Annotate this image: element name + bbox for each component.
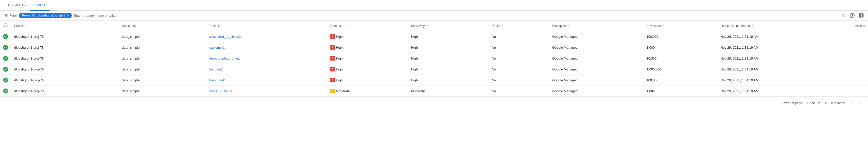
dataset-id-cell: data_simple bbox=[119, 86, 206, 97]
filter-chip: Project ID : dlppsbqrun1-proj-78 ✕ bbox=[19, 13, 72, 18]
row-actions-button[interactable]: ⋮ bbox=[858, 88, 862, 94]
data-risk-cell: !High bbox=[327, 64, 408, 75]
top-tabs: PROJECTS TABLES bbox=[0, 0, 868, 11]
prev-page-button[interactable] bbox=[849, 99, 856, 107]
select-all-icon[interactable] bbox=[3, 23, 8, 28]
col-header-table-id: Table ID bbox=[206, 21, 327, 31]
row-status-cell bbox=[0, 75, 11, 86]
public-cell: No bbox=[489, 86, 550, 97]
risk-level-icon: ! bbox=[330, 89, 335, 93]
risk-badge: !Moderate bbox=[330, 89, 350, 93]
dataset-id-cell: data_simple bbox=[119, 42, 206, 53]
columns-button[interactable] bbox=[859, 13, 864, 18]
actions-cell: ⋮ bbox=[852, 31, 868, 42]
encryption-help-icon[interactable]: ? bbox=[568, 24, 570, 28]
row-count-cell: 1,002 bbox=[644, 86, 718, 97]
row-count-cell: 100,000 bbox=[644, 75, 718, 86]
filter-bar: Filter Project ID : dlppsbqrun1-proj-78 … bbox=[0, 11, 868, 21]
project-id-cell: dlppsbqrun1-proj-78 bbox=[11, 53, 119, 64]
encryption-cell: Google Managed bbox=[549, 75, 643, 86]
sensitivity-cell: High bbox=[408, 75, 489, 86]
risk-label: High bbox=[336, 57, 343, 60]
chevron-left-icon bbox=[850, 100, 855, 105]
col-header-dataset-id: Dataset ID bbox=[119, 21, 206, 31]
row-count-help-icon[interactable]: ? bbox=[662, 24, 664, 28]
data-risk-cell: !High bbox=[327, 75, 408, 86]
actions-cell: ⋮ bbox=[852, 53, 868, 64]
filter-button[interactable]: Filter bbox=[4, 13, 17, 18]
project-id-cell: dlppsbqrun1-proj-78 bbox=[11, 75, 119, 86]
col-header-select bbox=[0, 21, 11, 31]
last-profile-help-icon[interactable]: ? bbox=[751, 24, 753, 28]
row-count-cell: 1,000,000 bbox=[644, 64, 718, 75]
row-actions-button[interactable]: ⋮ bbox=[858, 66, 862, 72]
row-status-cell bbox=[0, 42, 11, 53]
risk-level-icon: ! bbox=[330, 56, 335, 61]
project-id-cell: dlppsbqrun1-proj-78 bbox=[11, 31, 119, 42]
table-row: dlppsbqrun1-proj-78data_simplesmall_50_f… bbox=[0, 86, 868, 97]
tab-tables[interactable]: TABLES bbox=[30, 0, 50, 11]
col-header-encryption: Encryption ? bbox=[549, 21, 643, 31]
last-profile-cell: Nov 29, 2021, 1:31:19 AM bbox=[717, 86, 852, 97]
table-id-cell[interactable]: customer1 bbox=[206, 42, 327, 53]
table-row: dlppsbqrun1-proj-78data_simplecustomer1!… bbox=[0, 42, 868, 53]
data-risk-cell: !High bbox=[327, 31, 408, 42]
risk-label: High bbox=[336, 46, 343, 49]
row-actions-button[interactable]: ⋮ bbox=[858, 77, 862, 83]
project-id-cell: dlppsbqrun1-proj-78 bbox=[11, 86, 119, 97]
row-status-cell bbox=[0, 31, 11, 42]
risk-level-icon: ! bbox=[330, 78, 335, 82]
dataset-id-cell: data_simple bbox=[119, 64, 206, 75]
help-button[interactable] bbox=[850, 13, 855, 18]
public-cell: No bbox=[489, 53, 550, 64]
filter-chip-close[interactable]: ✕ bbox=[67, 14, 70, 17]
data-risk-cell: !High bbox=[327, 53, 408, 64]
row-actions-button[interactable]: ⋮ bbox=[858, 45, 862, 50]
table-id-cell[interactable]: small_50_fields bbox=[206, 86, 327, 97]
table-id-cell[interactable]: structured_no_fields2 bbox=[206, 31, 327, 42]
last-profile-cell: Nov 29, 2021, 1:31:19 AM bbox=[717, 75, 852, 86]
row-actions-button[interactable]: ⋮ bbox=[858, 56, 862, 61]
check-circle-icon bbox=[3, 34, 8, 39]
filter-actions bbox=[841, 13, 864, 18]
row-actions-button[interactable]: ⋮ bbox=[858, 34, 862, 39]
next-page-button[interactable] bbox=[857, 99, 864, 107]
risk-label: High bbox=[336, 35, 343, 39]
rows-per-page-select[interactable]: 30 50 100 bbox=[805, 101, 815, 105]
public-help-icon[interactable]: ? bbox=[501, 24, 503, 28]
check-circle-icon bbox=[3, 67, 8, 72]
encryption-cell: Google Managed bbox=[549, 64, 643, 75]
public-cell: No bbox=[489, 64, 550, 75]
filter-icon bbox=[4, 13, 9, 18]
col-header-last-profile: Last profile generated ? bbox=[717, 21, 852, 31]
dataset-id-cell: data_simple bbox=[119, 31, 206, 42]
table-row: dlppsbqrun1-proj-78data_simplestructured… bbox=[0, 31, 868, 42]
risk-label: High bbox=[336, 78, 343, 82]
filter-input[interactable] bbox=[74, 14, 839, 17]
check-circle-icon bbox=[3, 88, 8, 94]
tab-projects[interactable]: PROJECTS bbox=[4, 0, 30, 11]
table-footer: Rows per page: 30 50 100 ▼ 1 – 30 of man… bbox=[0, 97, 868, 109]
row-status-cell bbox=[0, 53, 11, 64]
risk-level-icon: ! bbox=[330, 34, 335, 39]
check-circle-icon bbox=[3, 56, 8, 61]
data-table: Project ID Dataset ID Table ID Data risk bbox=[0, 21, 868, 97]
table-id-cell[interactable]: demographics_diag1 bbox=[206, 53, 327, 64]
data-risk-sort-icon[interactable]: ↓ bbox=[346, 24, 348, 28]
row-status-cell bbox=[0, 86, 11, 97]
encryption-cell: Google Managed bbox=[549, 42, 643, 53]
table-id-cell[interactable]: fin_data1 bbox=[206, 64, 327, 75]
data-table-wrapper: Project ID Dataset ID Table ID Data risk bbox=[0, 21, 868, 97]
last-profile-cell: Nov 29, 2021, 1:31:19 AM bbox=[717, 31, 852, 42]
row-count-cell: 1,000 bbox=[644, 42, 718, 53]
columns-icon bbox=[859, 13, 864, 18]
risk-badge: !High bbox=[330, 34, 343, 39]
table-id-cell[interactable]: basic_test1 bbox=[206, 75, 327, 86]
col-header-sensitivity: Sensitivity ? bbox=[408, 21, 489, 31]
col-header-project-id: Project ID bbox=[11, 21, 119, 31]
rows-per-page-control: Rows per page: 30 50 100 ▼ bbox=[781, 101, 820, 105]
data-risk-help-icon[interactable]: ? bbox=[343, 24, 345, 28]
page-navigation bbox=[849, 99, 864, 107]
sensitivity-help-icon[interactable]: ? bbox=[426, 24, 428, 28]
clear-filter-button[interactable] bbox=[841, 13, 846, 18]
